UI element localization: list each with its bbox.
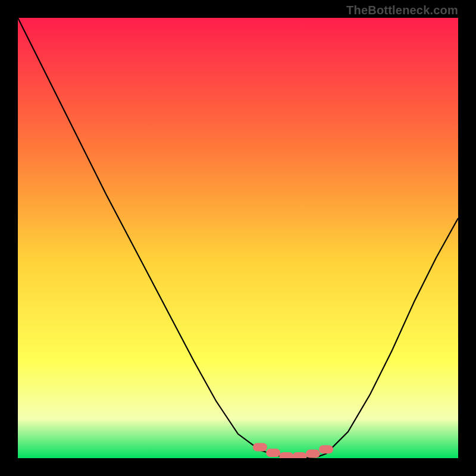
highlight-marker <box>319 445 333 453</box>
highlight-marker <box>253 443 267 452</box>
highlight-marker <box>293 452 307 458</box>
highlight-marker <box>266 449 280 457</box>
highlight-marker <box>306 450 320 458</box>
bottleneck-chart <box>18 18 458 458</box>
highlight-marker <box>279 452 293 458</box>
chart-frame <box>18 18 458 458</box>
watermark-text: TheBottleneck.com <box>346 4 458 17</box>
gradient-background <box>18 18 458 458</box>
